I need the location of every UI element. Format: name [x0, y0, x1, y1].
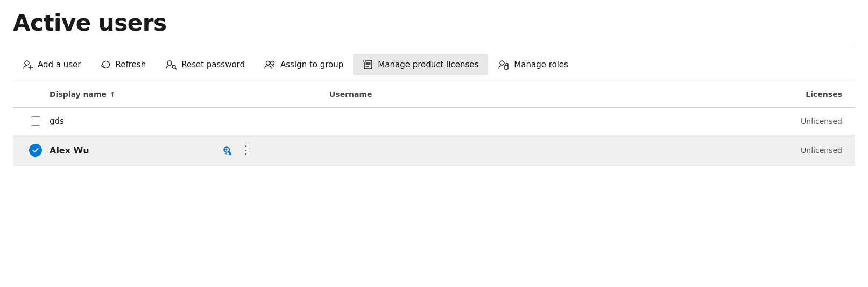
page-container: Active users Add a user R	[0, 0, 868, 166]
add-user-button[interactable]: Add a user	[13, 54, 91, 75]
table-row[interactable]: gds Unlicensed	[13, 108, 855, 135]
row-license-gds: Unlicensed	[735, 117, 842, 125]
assign-group-icon	[264, 59, 276, 70]
refresh-label: Refresh	[116, 60, 146, 69]
page-title: Active users	[13, 10, 855, 36]
table-header: Display name ↑ Username Licenses	[13, 81, 855, 108]
col-header-licenses: Licenses	[735, 90, 842, 99]
svg-point-7	[271, 61, 274, 65]
row-license-alexwu: Unlicensed	[735, 146, 842, 155]
reset-password-icon	[165, 59, 177, 70]
reset-password-label: Reset password	[181, 60, 245, 69]
reset-password-button[interactable]: Reset password	[156, 54, 255, 75]
refresh-button[interactable]: Refresh	[91, 54, 156, 75]
manage-roles-label: Manage roles	[514, 60, 568, 69]
assign-group-label: Assign to group	[280, 60, 343, 69]
row-checkbox-alexwu[interactable]	[26, 144, 45, 157]
row-displayname-gds: gds	[50, 116, 329, 126]
svg-rect-14	[505, 65, 508, 69]
row-actions-alexwu: ⋮	[222, 144, 252, 156]
manage-roles-button[interactable]: Manage roles	[488, 54, 578, 75]
svg-rect-12	[364, 60, 366, 62]
manage-roles-icon	[498, 59, 510, 70]
sort-arrow-icon: ↑	[110, 90, 116, 99]
manage-licenses-button[interactable]: Manage product licenses	[353, 54, 488, 75]
checkbox-empty-icon	[31, 116, 40, 126]
add-user-icon	[23, 59, 33, 70]
manage-licenses-icon	[363, 59, 373, 70]
svg-point-0	[25, 61, 29, 65]
svg-line-5	[175, 68, 177, 70]
col-header-displayname[interactable]: Display name ↑	[50, 90, 329, 99]
more-options-icon[interactable]: ⋮	[240, 144, 252, 156]
toolbar: Add a user Refresh Reset p	[13, 46, 855, 81]
row-displayname-alexwu: Alex Wu	[50, 145, 222, 156]
manage-licenses-label: Manage product licenses	[378, 60, 478, 69]
row-checkbox-gds[interactable]	[26, 116, 45, 126]
svg-point-13	[500, 61, 504, 65]
assign-group-button[interactable]: Assign to group	[255, 54, 353, 75]
add-user-label: Add a user	[38, 60, 81, 69]
col-header-username[interactable]: Username	[329, 90, 735, 99]
users-table: Display name ↑ Username Licenses gds Unl…	[13, 81, 855, 166]
svg-point-6	[266, 61, 270, 65]
reset-password-row-icon[interactable]	[222, 144, 234, 156]
refresh-icon	[101, 59, 111, 70]
svg-point-3	[167, 61, 172, 65]
table-row[interactable]: Alex Wu ⋮	[13, 135, 855, 166]
checkbox-checked-icon	[29, 144, 42, 157]
